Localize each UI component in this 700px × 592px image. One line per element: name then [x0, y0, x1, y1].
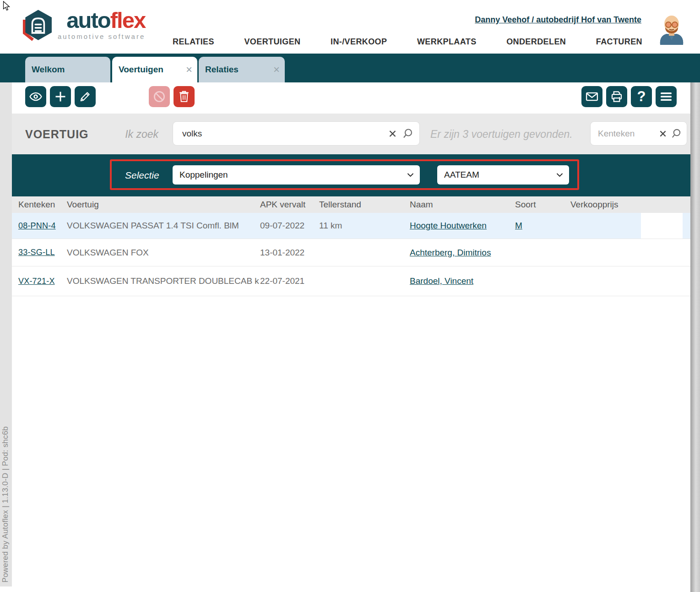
table-row[interactable]: 08-PNN-4 VOLKSWAGEN PASSAT 1.4 TSI Comfl… [0, 213, 700, 239]
user-account-link[interactable]: Danny Veehof / autobedrijf Hof van Twent… [475, 15, 641, 25]
nav-relaties[interactable]: RELATIES [173, 37, 214, 47]
voertuig-cell: VOLKSWAGEN PASSAT 1.4 TSI Comfl. BlM [67, 213, 264, 239]
search-input-box [173, 121, 420, 146]
hamburger-icon [660, 91, 673, 102]
help-button[interactable]: ? [631, 86, 652, 107]
printer-icon [610, 90, 624, 103]
voertuig-cell: VOLKSWAGEN FOX [67, 239, 264, 266]
search-label: Ik zoek [110, 128, 158, 140]
tab-relaties[interactable]: Relaties × [199, 57, 285, 82]
search-icon[interactable] [671, 128, 681, 139]
col-verkoopprijs: Verkoopprijs [570, 196, 619, 213]
team-dropdown-value: AATEAM [444, 170, 479, 180]
table-header: Kenteken Voertuig APK vervalt Tellerstan… [0, 196, 700, 213]
toolbar: ? [0, 82, 700, 114]
kenteken-link[interactable]: VX-721-X [18, 277, 55, 286]
nav-voertuigen[interactable]: VOERTUIGEN [244, 37, 300, 47]
menu-button[interactable] [656, 86, 677, 107]
edit-button[interactable] [75, 86, 96, 107]
col-apk-vervalt: APK vervalt [260, 196, 305, 213]
vertical-scrollbar[interactable] [690, 82, 700, 592]
col-kenteken: Kenteken [18, 196, 55, 213]
app-header: autoflex automotive software RELATIES VO… [0, 0, 700, 54]
chevron-down-icon [556, 173, 563, 177]
tab-voertuigen[interactable]: Voertuigen × [112, 57, 197, 82]
naam-link[interactable]: Achterberg, Dimitrios [410, 248, 491, 258]
selectie-label: Selectie [125, 170, 159, 181]
main-nav: RELATIES VOERTUIGEN IN-/VERKOOP WERKPLAA… [173, 37, 642, 47]
pencil-icon [79, 90, 92, 103]
autoflex-logo: autoflex automotive software [21, 9, 145, 42]
nav-facturen[interactable]: FACTUREN [596, 37, 642, 47]
table-row[interactable]: 33-SG-LL VOLKSWAGEN FOX 13-01-2022 Achte… [0, 239, 700, 266]
search-icon[interactable] [402, 128, 413, 139]
apk-cell: 22-07-2021 [260, 266, 304, 296]
kenteken-link[interactable]: 33-SG-LL [18, 248, 55, 257]
selectie-band: Selectie Koppelingen AATEAM [0, 154, 700, 196]
kenteken-input-box [590, 121, 687, 146]
row-empty-cell-highlight [641, 213, 683, 239]
plus-icon [54, 90, 67, 103]
logo-wordmark: autoflex [66, 9, 145, 32]
apk-cell: 09-07-2022 [260, 213, 304, 239]
autoflex-app: autoflex automotive software RELATIES VO… [0, 0, 700, 592]
team-dropdown[interactable]: AATEAM [437, 165, 569, 185]
email-button[interactable] [581, 86, 602, 107]
print-button[interactable] [606, 86, 627, 107]
question-icon: ? [637, 88, 646, 105]
trash-icon [178, 90, 190, 103]
table-row[interactable]: VX-721-X VOLKSWAGEN TRANSPORTER DOUBLECA… [0, 266, 700, 296]
kenteken-link[interactable]: 08-PNN-4 [18, 221, 56, 231]
col-naam: Naam [410, 196, 433, 213]
clear-icon[interactable] [389, 130, 396, 137]
delete-button[interactable] [174, 86, 195, 107]
col-soort: Soort [515, 196, 536, 213]
naam-link[interactable]: Bardoel, Vincent [410, 276, 473, 286]
logo-tagline: automotive software [58, 33, 145, 40]
close-icon[interactable]: × [186, 64, 192, 75]
soort-link[interactable]: M [515, 221, 522, 231]
close-icon[interactable]: × [273, 64, 280, 75]
block-button[interactable] [149, 86, 170, 107]
tab-bar: Welkom Voertuigen × Relaties × [0, 54, 700, 82]
user-avatar[interactable] [656, 12, 688, 45]
section-title: VOERTUIG [25, 127, 89, 141]
envelope-icon [585, 90, 599, 103]
nav-onderdelen[interactable]: ONDERDELEN [506, 37, 566, 47]
powered-by-text: Powered by Autoflex | 1.13.0-D | Pod: sh… [1, 426, 10, 583]
nav-werkplaats[interactable]: WERKPLAATS [417, 37, 477, 47]
view-button[interactable] [25, 86, 46, 107]
ban-icon [152, 90, 166, 103]
naam-link[interactable]: Hoogte Houtwerken [410, 221, 487, 231]
autoflex-logo-icon [21, 9, 54, 42]
chevron-down-icon [407, 173, 414, 177]
add-button[interactable] [50, 86, 71, 107]
clear-icon[interactable] [659, 130, 667, 137]
col-tellerstand: Tellerstand [319, 196, 361, 213]
eye-icon [29, 90, 43, 103]
tab-welkom[interactable]: Welkom [25, 57, 110, 82]
selectie-dropdown[interactable]: Koppelingen [173, 165, 420, 185]
apk-cell: 13-01-2022 [260, 239, 304, 266]
nav-in-verkoop[interactable]: IN-/VERKOOP [331, 37, 387, 47]
search-input[interactable] [173, 122, 419, 145]
col-voertuig: Voertuig [67, 196, 264, 213]
voertuig-cell: VOLKSWAGEN TRANSPORTER DOUBLECAB k [67, 266, 264, 296]
tellerstand-cell: 11 km [319, 213, 342, 239]
left-info-strip: Powered by Autoflex | 1.13.0-D | Pod: sh… [0, 82, 12, 587]
search-band: VOERTUIG Ik zoek Er zijn 3 voertuigen ge… [0, 114, 700, 154]
selectie-dropdown-value: Koppelingen [179, 170, 228, 180]
result-count-text: Er zijn 3 voertuigen gevonden. [430, 128, 573, 140]
